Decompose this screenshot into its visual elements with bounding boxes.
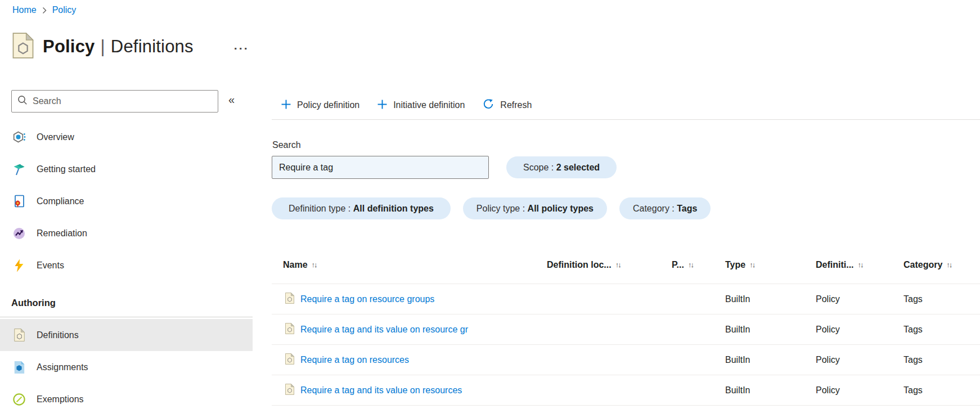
sidebar-item-events[interactable]: Events: [0, 249, 253, 281]
cell-category: Tags: [903, 294, 980, 304]
table-row[interactable]: Require a tag on resources BuiltIn Polic…: [272, 345, 980, 375]
sort-icon: ↑↓: [858, 260, 863, 269]
filter-label: Category: [633, 204, 669, 214]
sidebar-item-exemptions[interactable]: Exemptions: [0, 383, 253, 415]
column-label: P...: [672, 260, 684, 270]
table-row[interactable]: Require a tag on resource groups BuiltIn…: [272, 284, 980, 314]
filter-separator: :: [345, 204, 353, 214]
sidebar-item-label: Exemptions: [37, 394, 84, 404]
definition-link[interactable]: Require a tag and its value on resources: [300, 385, 462, 395]
plus-icon: [281, 100, 291, 111]
filter-value: Tags: [677, 204, 697, 214]
sidebar-item-label: Events: [37, 260, 64, 271]
sidebar-section-divider: [0, 317, 253, 317]
filter-value: All policy types: [528, 204, 594, 214]
collapse-sidebar-icon[interactable]: «: [228, 93, 235, 106]
button-label: Initiative definition: [393, 100, 465, 110]
table-row[interactable]: Require a tag and its value on resource …: [272, 314, 980, 345]
column-header-policies[interactable]: P...↑↓: [672, 260, 725, 270]
cell-type: BuiltIn: [725, 355, 816, 365]
column-header-name[interactable]: Name↑↓: [272, 260, 547, 270]
cell-category: Tags: [903, 325, 980, 335]
definition-link[interactable]: Require a tag on resources: [300, 355, 409, 365]
column-header-definition-location[interactable]: Definition loc...↑↓: [547, 260, 672, 270]
assignments-icon: [12, 361, 26, 374]
sidebar-item-remediation[interactable]: Remediation: [0, 217, 253, 249]
sidebar-item-label: Overview: [37, 132, 74, 142]
cell-category: Tags: [903, 355, 980, 365]
filter-label: Definition type: [289, 204, 345, 214]
cell-definition-type: Policy: [816, 355, 903, 365]
cell-type: BuiltIn: [725, 385, 816, 395]
sort-icon: ↑↓: [312, 260, 317, 269]
table-row[interactable]: Require a tag and its value on resources…: [272, 375, 980, 406]
filter-separator: :: [549, 163, 556, 173]
sort-icon: ↑↓: [946, 260, 951, 269]
cell-definition-type: Policy: [816, 325, 903, 335]
definition-search-box[interactable]: [272, 156, 489, 179]
sidebar-item-assignments[interactable]: Assignments: [0, 351, 253, 383]
policy-definition-icon: [285, 293, 294, 306]
filter-label: Policy type: [476, 204, 520, 214]
sidebar-authoring-menu: Definitions Assignments: [0, 319, 253, 415]
column-label: Name: [283, 260, 308, 270]
filter-separator: :: [669, 204, 677, 214]
scope-filter-pill[interactable]: Scope : 2 selected: [506, 156, 617, 178]
sidebar-search-box[interactable]: [11, 90, 218, 113]
policy-definition-icon: [12, 329, 26, 342]
sidebar-item-label: Remediation: [37, 228, 87, 239]
policy-definition-icon: [285, 323, 294, 336]
sidebar-item-getting-started[interactable]: Getting started: [0, 153, 253, 185]
policy-definition-icon: [285, 353, 294, 367]
table-body: Require a tag on resource groups BuiltIn…: [272, 284, 980, 406]
cell-definition-type: Policy: [816, 294, 903, 304]
sidebar-item-label: Getting started: [37, 164, 96, 174]
sidebar-item-overview[interactable]: Overview: [0, 121, 253, 153]
column-header-type[interactable]: Type↑↓: [725, 260, 816, 270]
refresh-icon: [483, 98, 494, 112]
policy-definition-button[interactable]: Policy definition: [281, 100, 359, 111]
column-label: Category: [903, 260, 942, 270]
column-label: Definiti...: [816, 260, 854, 270]
initiative-definition-button[interactable]: Initiative definition: [377, 100, 465, 111]
definition-link[interactable]: Require a tag and its value on resource …: [300, 325, 468, 335]
definition-type-filter-pill[interactable]: Definition type : All definition types: [272, 197, 451, 219]
plus-icon: [377, 100, 387, 111]
definition-search-input[interactable]: [272, 163, 488, 173]
filter-label: Scope: [523, 163, 549, 173]
policy-type-filter-pill[interactable]: Policy type : All policy types: [463, 197, 607, 219]
sidebar-section-authoring: Authoring: [11, 298, 56, 308]
button-label: Policy definition: [297, 100, 359, 110]
column-label: Definition loc...: [547, 260, 612, 270]
filter-value: 2 selected: [556, 163, 600, 173]
button-label: Refresh: [500, 100, 532, 110]
column-header-category[interactable]: Category↑↓: [903, 260, 980, 270]
cell-category: Tags: [903, 385, 980, 395]
table-header: Name↑↓ Definition loc...↑↓ P...↑↓ Type↑↓…: [272, 249, 980, 284]
cell-definition-type: Policy: [816, 385, 903, 395]
column-label: Type: [725, 260, 745, 270]
search-icon: [17, 95, 28, 107]
sidebar: « Overview: [0, 0, 253, 418]
overview-icon: [12, 131, 26, 144]
category-filter-pill[interactable]: Category : Tags: [619, 197, 711, 219]
sidebar-item-definitions[interactable]: Definitions: [0, 319, 253, 351]
remediation-icon: [12, 227, 26, 240]
sort-icon: ↑↓: [615, 260, 621, 269]
sidebar-item-label: Assignments: [37, 362, 88, 372]
cell-type: BuiltIn: [725, 294, 816, 304]
definition-link[interactable]: Require a tag on resource groups: [300, 294, 434, 304]
column-header-definition-type[interactable]: Definiti...↑↓: [816, 260, 903, 270]
cell-type: BuiltIn: [725, 325, 816, 335]
sidebar-item-label: Compliance: [37, 196, 84, 206]
refresh-button[interactable]: Refresh: [483, 98, 532, 112]
policy-definition-icon: [285, 384, 294, 397]
sidebar-item-compliance[interactable]: Compliance: [0, 185, 253, 217]
sidebar-search-input[interactable]: [33, 96, 212, 106]
filter-separator: :: [520, 204, 527, 214]
policy-definitions-page: Home Policy Policy|Definitions ··· «: [0, 0, 980, 418]
filter-value: All definition types: [353, 204, 434, 214]
filter-pill-row: Definition type : All definition types P…: [272, 197, 711, 219]
sidebar-item-label: Definitions: [37, 330, 79, 340]
sort-icon: ↑↓: [749, 260, 754, 269]
